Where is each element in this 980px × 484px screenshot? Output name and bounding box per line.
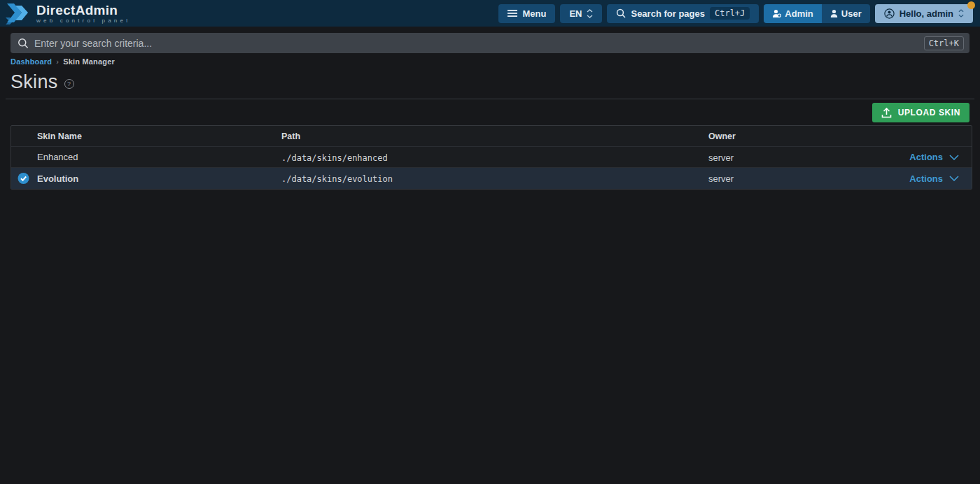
greeting-label: Hello, admin (899, 8, 953, 19)
search-shortcut-key: Ctrl+K (924, 36, 964, 50)
role-user-button[interactable]: User (822, 4, 870, 23)
actions-label: Actions (909, 152, 943, 162)
actions-dropdown[interactable]: Actions (909, 173, 959, 184)
language-label: EN (569, 8, 582, 19)
role-switcher: Admin User (764, 4, 869, 23)
actions-label: Actions (909, 173, 943, 184)
upload-skin-button[interactable]: UPLOAD SKIN (872, 103, 969, 122)
active-skin-check-icon (18, 173, 29, 185)
chevron-down-icon (949, 155, 959, 160)
skins-table: Skin Name Path Owner Enhanced ./data/ski… (10, 125, 972, 190)
account-menu-button[interactable]: Hello, admin (875, 4, 973, 23)
skin-name: Enhanced (37, 152, 78, 162)
hamburger-icon (507, 9, 517, 17)
notification-dot (967, 1, 975, 9)
toolbar: UPLOAD SKIN (10, 103, 969, 122)
logo-title: DirectAdmin (36, 3, 130, 17)
page-title: Skins (10, 71, 58, 93)
admin-user-icon (772, 9, 781, 18)
skin-owner: server (708, 152, 734, 163)
logo-subtitle: web control panel (36, 18, 130, 24)
search-pages-label: Search for pages (631, 8, 705, 19)
role-user-label: User (841, 8, 862, 19)
account-circle-icon (884, 8, 895, 19)
topbar-actions: Menu EN Search for pages Ctrl+J (498, 4, 973, 23)
role-admin-button[interactable]: Admin (764, 4, 821, 23)
table-row-evolution: Evolution ./data/skins/evolution server … (11, 168, 972, 189)
header-owner: Owner (708, 131, 888, 141)
directadmin-logo[interactable]: DirectAdmin web control panel (4, 1, 130, 25)
upload-skin-label: UPLOAD SKIN (898, 108, 960, 118)
logo-chevron-icon (4, 1, 32, 25)
breadcrumb: Dashboard › Skin Manager (10, 57, 969, 66)
menu-label: Menu (522, 8, 546, 19)
skin-name: Evolution (37, 173, 78, 184)
chevron-updown-icon (587, 9, 593, 18)
breadcrumb-current: Skin Manager (63, 57, 115, 66)
actions-dropdown[interactable]: Actions (909, 152, 959, 162)
skin-path: ./data/skins/evolution (281, 174, 393, 184)
title-divider (6, 99, 974, 99)
breadcrumb-dashboard-link[interactable]: Dashboard (10, 57, 52, 66)
help-icon[interactable]: ? (64, 79, 74, 89)
topbar: DirectAdmin web control panel Menu EN (0, 0, 980, 27)
skin-owner: server (708, 173, 734, 184)
upload-icon (881, 108, 892, 118)
header-skin-name: Skin Name (11, 131, 281, 141)
search-icon (18, 38, 29, 49)
breadcrumb-separator: › (56, 57, 59, 66)
search-input[interactable] (34, 38, 918, 49)
skin-path: ./data/skins/enhanced (281, 153, 388, 163)
user-icon (830, 9, 838, 18)
language-selector[interactable]: EN (560, 4, 602, 23)
search-pages-shortcut: Ctrl+J (710, 7, 750, 20)
table-row-enhanced: Enhanced ./data/skins/enhanced server Ac… (11, 147, 972, 168)
search-icon (616, 8, 626, 18)
role-admin-label: Admin (785, 8, 813, 19)
menu-button[interactable]: Menu (498, 4, 555, 23)
search-pages-button[interactable]: Search for pages Ctrl+J (607, 4, 759, 23)
title-row: Skins ? (10, 71, 969, 93)
table-header-row: Skin Name Path Owner (11, 126, 972, 147)
chevron-down-icon (949, 176, 959, 181)
criteria-search-bar: Ctrl+K (10, 33, 969, 53)
header-path: Path (281, 131, 708, 141)
chevron-updown-icon (958, 9, 964, 17)
